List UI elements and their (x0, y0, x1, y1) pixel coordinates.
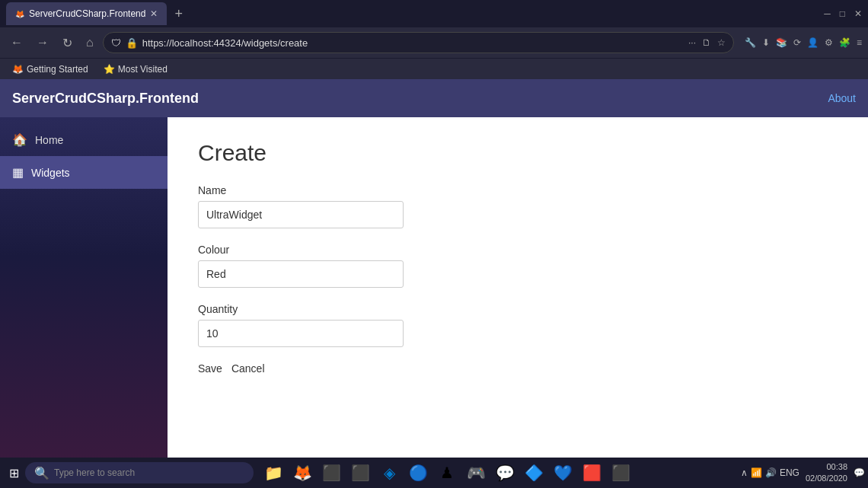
star-icon[interactable]: ☆ (717, 37, 726, 48)
start-button[interactable]: ⊞ (3, 463, 25, 483)
address-text: https://localhost:44324/widgets/create (142, 37, 308, 49)
taskbar-firefox[interactable]: 🦊 (289, 459, 316, 486)
colour-form-group: Colour (198, 244, 838, 288)
dots-icon[interactable]: ··· (688, 37, 696, 48)
tab-area: 🦊 ServerCrudCSharp.Frontend ✕ + (6, 2, 187, 25)
bookmark-star-icon: ⭐ (104, 64, 115, 75)
address-bar[interactable]: 🛡 🔒 https://localhost:44324/widgets/crea… (103, 32, 734, 53)
bookmarks-bar: 🦊 Getting Started ⭐ Most Visited (0, 58, 868, 79)
account-icon[interactable]: 👤 (807, 37, 819, 48)
sidebar-item-widgets[interactable]: ▦ Widgets (0, 156, 168, 189)
security-icon: 🛡 (111, 37, 121, 49)
taskbar-search-input[interactable] (54, 467, 237, 478)
search-icon: 🔍 (34, 466, 49, 480)
minimize-button[interactable]: ─ (824, 8, 831, 19)
bookmark-getting-started-label: Getting Started (27, 64, 88, 75)
app-container: ServerCrudCSharp.Frontend About 🏠 Home ▦… (0, 79, 868, 465)
sync-icon[interactable]: ⟳ (793, 37, 801, 48)
network-icon[interactable]: 📶 (751, 467, 762, 478)
extension-icon[interactable]: 🧩 (839, 37, 850, 48)
taskbar-vscode[interactable]: ◈ (375, 459, 403, 486)
taskbar-app5[interactable]: 🔵 (404, 459, 432, 486)
taskbar-terminal[interactable]: ⬛ (318, 459, 345, 486)
sidebar-widgets-label: Widgets (31, 167, 70, 179)
active-tab[interactable]: 🦊 ServerCrudCSharp.Frontend ✕ (6, 2, 167, 25)
form-actions: Save Cancel (198, 362, 838, 375)
tab-close-button[interactable]: ✕ (150, 8, 158, 19)
taskbar-steam[interactable]: ♟ (433, 459, 461, 486)
taskbar-teams[interactable]: 🔷 (520, 459, 547, 486)
taskbar-app11[interactable]: ⬛ (607, 459, 634, 486)
quantity-form-group: Quantity (198, 303, 838, 347)
refresh-button[interactable]: ↻ (58, 33, 77, 53)
colour-input[interactable] (198, 260, 404, 288)
taskbar: ⊞ 🔍 📁 🦊 ⬛ ⬛ ◈ 🔵 ♟ 🎮 💬 🔷 💙 🟥 ⬛ ∧ 📶 🔊 ENG … (0, 458, 868, 488)
browser-titlebar: 🦊 ServerCrudCSharp.Frontend ✕ + ─ □ ✕ (0, 0, 868, 27)
taskbar-vsc2[interactable]: 💙 (549, 459, 576, 486)
taskbar-right: ∧ 📶 🔊 ENG 00:38 02/08/2020 💬 (741, 461, 865, 485)
taskbar-apps: 📁 🦊 ⬛ ⬛ ◈ 🔵 ♟ 🎮 💬 🔷 💙 🟥 ⬛ (260, 459, 634, 486)
forward-button[interactable]: → (32, 33, 53, 53)
taskbar-app7[interactable]: 🎮 (462, 459, 490, 486)
app-title: ServerCrudCSharp.Frontend (12, 91, 828, 107)
volume-icon[interactable]: 🔊 (765, 467, 777, 478)
page-title: Create (198, 140, 838, 166)
new-tab-button[interactable]: + (170, 5, 187, 24)
lang-label: ENG (780, 467, 799, 478)
about-link[interactable]: About (828, 92, 856, 104)
bookmark-getting-started[interactable]: 🦊 Getting Started (6, 62, 94, 76)
cancel-button[interactable]: Cancel (231, 362, 265, 375)
browser-navbar: ← → ↻ ⌂ 🛡 🔒 https://localhost:44324/widg… (0, 27, 868, 58)
name-input[interactable] (198, 201, 404, 228)
clock-date: 02/08/2020 (806, 473, 847, 484)
sidebar: 🏠 Home ▦ Widgets (0, 117, 168, 465)
back-button[interactable]: ← (6, 33, 27, 53)
name-label: Name (198, 184, 838, 196)
browser-toolbar: 🔧 ⬇ 📚 ⟳ 👤 ⚙ 🧩 ≡ (745, 37, 862, 48)
save-button[interactable]: Save (198, 362, 222, 375)
taskbar-file-explorer[interactable]: 📁 (260, 459, 287, 486)
menu-icon[interactable]: ≡ (857, 37, 862, 48)
name-form-group: Name (198, 184, 838, 228)
clock-time: 00:38 (806, 461, 847, 473)
widgets-icon: ▦ (12, 165, 24, 180)
sidebar-home-label: Home (35, 134, 63, 146)
bookmark-most-visited[interactable]: ⭐ Most Visited (97, 62, 174, 76)
content-area: Create Name Colour Quantity Save Cancel (168, 117, 868, 465)
taskbar-whatsapp[interactable]: 💬 (491, 459, 519, 486)
tab-title: ServerCrudCSharp.Frontend (29, 8, 145, 19)
lock-icon: 🔒 (126, 37, 138, 49)
clock[interactable]: 00:38 02/08/2020 (806, 461, 847, 485)
window-controls: ─ □ ✕ (824, 8, 862, 19)
maximize-button[interactable]: □ (840, 8, 845, 19)
quantity-label: Quantity (198, 303, 838, 315)
main-layout: 🏠 Home ▦ Widgets Create Name Colour Quan… (0, 117, 868, 465)
bookmark-most-visited-label: Most Visited (118, 64, 168, 75)
close-button[interactable]: ✕ (854, 8, 862, 19)
app-header: ServerCrudCSharp.Frontend About (0, 79, 868, 117)
notification-icon[interactable]: 💬 (854, 467, 865, 478)
taskbar-search-box[interactable]: 🔍 (25, 462, 254, 483)
tab-favicon: 🦊 (15, 10, 24, 18)
tray-icon-1[interactable]: ∧ (741, 467, 748, 478)
home-icon: 🏠 (12, 132, 27, 147)
home-button[interactable]: ⌂ (81, 33, 98, 53)
taskbar-vs[interactable]: ⬛ (346, 459, 374, 486)
quantity-input[interactable] (198, 320, 404, 347)
bookmark-firefox-icon: 🦊 (12, 64, 24, 75)
settings-icon[interactable]: ⚙ (825, 37, 833, 48)
pocket-icon[interactable]: 🗋 (702, 37, 711, 48)
library-icon[interactable]: 📚 (776, 37, 787, 48)
download-icon[interactable]: ⬇ (762, 37, 770, 48)
system-tray: ∧ 📶 🔊 ENG (741, 467, 799, 478)
address-bar-actions: ··· 🗋 ☆ (688, 37, 726, 48)
colour-label: Colour (198, 244, 838, 256)
taskbar-app10[interactable]: 🟥 (578, 459, 605, 486)
sidebar-item-home[interactable]: 🏠 Home (0, 123, 168, 156)
tools-icon[interactable]: 🔧 (745, 37, 756, 48)
